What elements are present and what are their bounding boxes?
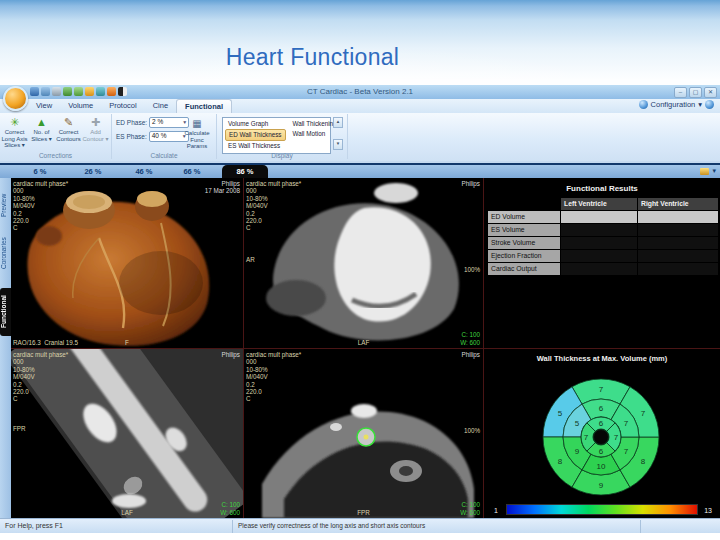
tab-functional[interactable]: Functional xyxy=(176,99,232,113)
display-option-es-wall-thickness[interactable]: ES Wall Thickness xyxy=(225,141,286,151)
band-menu-caret-icon[interactable]: ▾ xyxy=(712,167,716,175)
window-level-label: C: 100W: 600 xyxy=(220,501,240,516)
sidebar-tab-functional[interactable]: Functional xyxy=(0,288,11,336)
svg-text:7: 7 xyxy=(599,385,604,394)
orientation-label: F xyxy=(11,339,243,346)
print-icon[interactable] xyxy=(52,87,61,96)
viewport-3d-volume[interactable]: cardiac mult phase*00010-80%M/040V0.2220… xyxy=(11,178,243,348)
application-menu-button[interactable] xyxy=(3,86,28,111)
sidebar-tab-coronaries[interactable]: Coronaries xyxy=(0,224,11,282)
vendor-label: Philips xyxy=(461,351,480,358)
configuration-button[interactable]: Configuration xyxy=(651,100,696,109)
phase-tab-4[interactable]: 66 % xyxy=(177,167,207,176)
status-divider xyxy=(640,520,641,533)
viewport-bullseye[interactable]: Wall Thickness at Max. Volume (mm) xyxy=(484,349,720,518)
display-list-scrollbar: ▲ ▼ xyxy=(333,117,343,150)
scroll-down-icon[interactable]: ▼ xyxy=(333,139,343,150)
svg-text:6: 6 xyxy=(599,447,604,456)
left-sidebar: Preview Coronaries Functional ▶ xyxy=(0,178,11,518)
quadrant-divider xyxy=(11,348,720,349)
column-header-left-ventricle: Left Ventricle xyxy=(561,198,637,210)
contrast-icon[interactable] xyxy=(85,87,94,96)
zoom-label: 100% xyxy=(464,266,480,273)
bullseye-plot: 7 5 7 8 9 8 6 5 7 9 10 7 6 7 6 xyxy=(484,362,720,518)
status-help-text: For Help, press F1 xyxy=(5,522,63,529)
svg-text:7: 7 xyxy=(641,409,646,418)
no-of-slices-button[interactable]: ▲ No. of Slices ▾ xyxy=(28,116,55,149)
slide-title: Heart Functional xyxy=(0,44,625,71)
phase-tab-band: 6 % 26 % 46 % 66 % 86 % ▾ xyxy=(0,165,720,178)
correct-contours-button[interactable]: ✎ Correct Contours xyxy=(55,116,82,149)
value-cell xyxy=(638,224,718,236)
orientation-label: LAF xyxy=(11,509,243,516)
rotate-icon[interactable] xyxy=(96,87,105,96)
orientation-label: AR xyxy=(246,256,255,263)
split-icon[interactable] xyxy=(118,87,127,96)
orientation-label: FPR xyxy=(13,425,26,432)
table-corner-cell xyxy=(488,198,560,210)
correct-long-axis-slices-button[interactable]: ✳ Correct Long Axis Slices ▾ xyxy=(1,116,28,149)
scale-max-label: 13 xyxy=(704,507,712,514)
vendor-label: Philips xyxy=(221,351,240,358)
row-label-cardiac-output: Cardiac Output xyxy=(488,263,560,275)
slide-background xyxy=(0,0,720,85)
phase-tab-2[interactable]: 26 % xyxy=(78,167,108,176)
display-option-volume-graph[interactable]: Volume Graph xyxy=(225,119,286,129)
globe-icon xyxy=(639,100,648,109)
phase-tab-3[interactable]: 46 % xyxy=(129,167,159,176)
snapshot-icon[interactable] xyxy=(700,168,709,175)
calculator-icon: ▦ xyxy=(181,118,213,130)
viewport-long-axis[interactable]: cardiac mult phase*00010-80%M/040V0.2220… xyxy=(244,178,483,348)
group-label-display: Display xyxy=(217,152,347,159)
phase-tab-1[interactable]: 6 % xyxy=(25,167,55,176)
minimize-button[interactable]: – xyxy=(674,87,687,98)
sidebar-tab-preview[interactable]: Preview xyxy=(0,186,11,224)
viewport-functional-results[interactable]: Functional Results Left Ventricle Right … xyxy=(484,178,720,348)
row-label-ed-volume: ED Volume xyxy=(488,211,560,223)
pan-icon[interactable] xyxy=(63,87,72,96)
tab-cine[interactable]: Cine xyxy=(145,99,176,113)
save-icon[interactable] xyxy=(30,87,39,96)
bullseye-center xyxy=(594,430,609,445)
value-cell xyxy=(561,211,637,223)
svg-text:10: 10 xyxy=(597,462,606,471)
calculate-func-params-button[interactable]: ▦ Calculate Func Params xyxy=(181,118,213,150)
orientation-label: FPR xyxy=(244,509,483,516)
viewport-oblique-mpr[interactable]: cardiac mult phase*00010-80%M/040V0.2220… xyxy=(11,349,243,518)
results-table: Left Ventricle Right Ventricle ED Volume… xyxy=(488,198,718,275)
group-label-corrections: Corrections xyxy=(0,152,111,159)
tab-volume[interactable]: Volume xyxy=(60,99,101,113)
es-phase-label: ES Phase: xyxy=(116,133,147,140)
window-level-label: C: 100W: 600 xyxy=(460,331,480,346)
status-bar: For Help, press F1 Please verify correct… xyxy=(0,518,720,533)
svg-text:6: 6 xyxy=(599,419,604,428)
viewport-axial-slice[interactable]: cardiac mult phase*00010-80%M/040V0.2220… xyxy=(244,349,483,518)
help-icon[interactable] xyxy=(705,100,714,109)
color-scale-bar xyxy=(506,504,698,515)
phase-tab-5-selected[interactable]: 86 % xyxy=(222,165,268,178)
add-contour-button[interactable]: ✚ Add Contour ▾ xyxy=(82,116,109,149)
svg-text:7: 7 xyxy=(624,419,629,428)
orientation-label: LAF xyxy=(244,339,483,346)
app-window: CT Cardiac - Beta Version 2.1 – ▢ ✕ View… xyxy=(0,85,720,533)
cine-icon[interactable] xyxy=(107,87,116,96)
close-button[interactable]: ✕ xyxy=(704,87,717,98)
slices-cone-icon: ▲ xyxy=(28,116,55,129)
svg-text:6: 6 xyxy=(599,404,604,413)
svg-text:8: 8 xyxy=(558,457,563,466)
row-label-es-volume: ES Volume xyxy=(488,224,560,236)
configuration-caret-icon[interactable]: ▾ xyxy=(698,100,702,109)
value-cell xyxy=(561,237,637,249)
maximize-button[interactable]: ▢ xyxy=(689,87,702,98)
tab-view[interactable]: View xyxy=(28,99,60,113)
ribbon-group-corrections: ✳ Correct Long Axis Slices ▾ ▲ No. of Sl… xyxy=(0,114,112,159)
display-option-ed-wall-thickness[interactable]: ED Wall Thickness xyxy=(225,129,286,141)
status-message: Please verify correctness of the long ax… xyxy=(238,522,425,529)
zoom-icon[interactable] xyxy=(74,87,83,96)
ribbon-tab-row: View Volume Protocol Cine Functional Con… xyxy=(0,99,720,113)
tab-protocol[interactable]: Protocol xyxy=(101,99,145,113)
group-label-calculate: Calculate xyxy=(112,152,216,159)
vendor-label: Philips17 Mar 2008 xyxy=(205,180,240,195)
export-icon[interactable] xyxy=(41,87,50,96)
scroll-up-icon[interactable]: ▲ xyxy=(333,117,343,128)
